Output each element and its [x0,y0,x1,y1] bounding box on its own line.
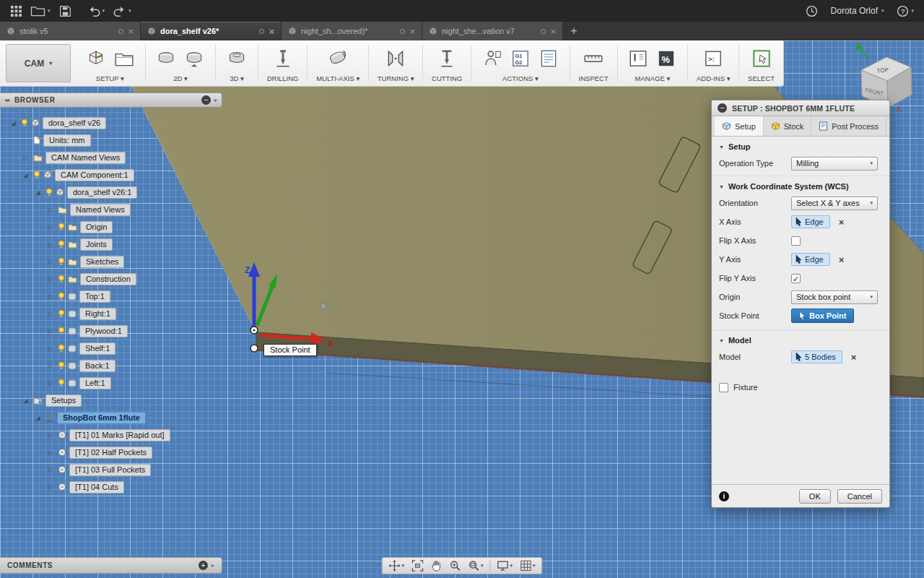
info-icon[interactable]: i [719,491,729,501]
expand-arrow-icon[interactable]: ▷ [45,311,55,317]
browser-item-plywood-1[interactable]: ▷Plywood:1 [0,322,222,340]
add-comment-icon[interactable]: + [199,561,208,570]
browser-item-back-1[interactable]: ▷Back:1 [0,357,222,374]
browser-header[interactable]: ◂◂ BROWSER − ▸ [0,92,222,108]
collapse-panel-icon[interactable]: ◂◂ [4,97,9,103]
ribbon-addins-button[interactable]: >: [701,46,725,72]
flip-x-checkbox[interactable] [791,236,801,246]
browser-item-shelf-1[interactable]: ▷Shelf:1 [0,340,222,357]
browser-item-cam-named-views[interactable]: ▷CAM Named Views [0,149,222,166]
ribbon-coin2-button[interactable] [182,46,206,72]
tab-stock[interactable]: Stock [764,116,812,136]
x-axis-remove-button[interactable]: × [839,217,845,228]
expand-arrow-icon[interactable]: ▷ [45,467,55,473]
ribbon-group-label[interactable]: CUTTING [432,74,462,85]
panel-grip-icon[interactable]: ▸ [214,97,217,103]
expand-arrow-icon[interactable]: ▷ [45,241,55,248]
undo-button[interactable]: ▾ [83,0,110,22]
x-axis-selection-chip[interactable]: Edge [791,215,830,228]
browser-item-named-views[interactable]: ▷Named Views [0,201,222,218]
browser-item-t1-03-full-pockets[interactable]: ▷[T1] 03 Full Pockets [0,461,222,478]
browser-item-t1-02-half-pockets[interactable]: ▷[T1] 02 Half Pockets [0,444,222,461]
ribbon-sheet-button[interactable] [536,46,561,72]
ribbon-toollib-button[interactable] [626,46,650,72]
dialog-collapse-icon[interactable]: − [718,103,727,113]
expand-arrow-icon[interactable]: ▷ [45,224,55,230]
tab-close-icon[interactable]: × [269,27,274,36]
model-selection-chip[interactable]: 5 Bodies [791,350,842,363]
stock-point-handle-bottom[interactable] [250,345,258,352]
operation-type-select[interactable]: Milling▾ [791,157,878,171]
ribbon-coin-button[interactable] [154,46,178,72]
browser-item-shopbot-6mm-1flute[interactable]: ◢ShopBot 6mm 1flute [0,409,222,426]
section-setup[interactable]: ▼Setup [712,137,889,154]
y-axis-selection-chip[interactable]: Edge [791,253,830,266]
browser-item-right-1[interactable]: ▷Right:1 [0,305,222,322]
pan-button[interactable] [427,558,445,573]
browser-item-setups[interactable]: ◢Setups [0,392,222,409]
zoom-window-button[interactable]: ▾ [465,558,487,573]
expand-arrow-icon[interactable]: ▷ [45,449,55,456]
orbit-button[interactable]: ▾ [385,558,407,573]
expand-arrow-icon[interactable]: ▷ [45,345,55,352]
ribbon-percent-button[interactable]: % [654,46,679,72]
model-remove-button[interactable]: × [851,352,857,363]
ribbon-select-button[interactable] [749,46,774,72]
ribbon-group-label[interactable]: MULTI-AXIS ▾ [316,74,359,85]
ribbon-person-button[interactable] [480,46,505,72]
redo-button[interactable]: ▾ [109,0,136,22]
tab-setup[interactable]: Setup [715,116,764,136]
user-menu[interactable]: Dorota Orlof▾ [825,6,890,16]
apps-grid-button[interactable] [6,0,26,22]
expand-arrow-icon[interactable]: ▷ [45,207,55,213]
browser-item-dora-shelf-v26[interactable]: ◢dora_shelf v26 [0,114,222,131]
help-menu[interactable]: ?▾ [892,0,918,22]
browser-item-dora-shelf-v26-1[interactable]: ◢dora_shelf v26:1 [0,184,222,201]
flip-y-checkbox[interactable]: ✓ [791,274,801,283]
ribbon-group-label[interactable]: INSPECT [579,74,609,85]
tab-close-icon[interactable]: × [409,27,415,36]
origin-select[interactable]: Stock box point▾ [791,290,878,304]
box-point-button[interactable]: Box Point [791,309,854,323]
ribbon-coin3-button[interactable] [225,46,249,72]
expand-arrow-icon[interactable]: ◢ [33,415,43,421]
doc-tab-night-she-vation-v7[interactable]: night_she...vation v7× [422,22,563,40]
tab-close-icon[interactable]: × [550,27,556,36]
tab-close-icon[interactable]: × [128,27,134,36]
expand-arrow-icon[interactable]: ▷ [45,259,55,265]
ribbon-setup-folder-button[interactable] [112,46,136,72]
ribbon-group-label[interactable]: ADD-INS ▾ [697,74,730,85]
display-settings-button[interactable]: ▾ [494,558,516,573]
browser-item-cam-component-1[interactable]: ◢CAM Component:1 [0,166,222,184]
expand-arrow-icon[interactable]: ▷ [45,380,55,387]
expand-arrow-icon[interactable]: ▷ [45,276,55,282]
doc-tab-dora-shelf-v26[interactable]: dora_shelf v26*× [141,22,282,40]
fixture-checkbox[interactable] [719,383,728,392]
notifications-button[interactable] [801,0,822,22]
workspace-switcher[interactable]: CAM ▾ [6,44,71,82]
browser-item-units-mm[interactable]: Units: mm [0,131,222,149]
expand-arrow-icon[interactable]: ▷ [45,293,55,300]
expand-arrow-icon[interactable]: ▷ [45,432,55,439]
browser-item-construction[interactable]: ▷Construction [0,270,222,288]
zoom-button[interactable] [446,558,463,573]
ribbon-group-label[interactable]: SETUP ▾ [96,74,124,85]
save-button[interactable] [55,0,76,22]
ribbon-group-label[interactable]: DRILLING [267,74,299,85]
ribbon-cutting-button[interactable] [435,46,459,72]
expand-arrow-icon[interactable]: ▷ [45,484,55,491]
section-wcs[interactable]: ▼Work Coordinate System (WCS) [712,176,889,194]
expand-arrow-icon[interactable]: ▷ [45,363,55,369]
look-at-button[interactable] [409,558,426,573]
expand-arrow-icon[interactable]: ◢ [9,120,18,126]
new-tab-button[interactable]: + [563,22,585,40]
browser-item-t1-04-cuts[interactable]: ▷[T1] 04 Cuts [0,478,222,496]
ribbon-group-label[interactable]: 3D ▾ [230,74,244,85]
ribbon-group-label[interactable]: 2D ▾ [173,74,188,85]
grid-settings-button[interactable]: ▾ [517,558,539,573]
browser-item-top-1[interactable]: ▷Top:1 [0,288,222,305]
browser-item-sketches[interactable]: ▷Sketches [0,253,222,270]
browser-item-origin[interactable]: ▷Origin [0,218,222,236]
expand-arrow-icon[interactable]: ▷ [45,328,55,335]
tab-post-process[interactable]: Post Process [811,116,886,136]
